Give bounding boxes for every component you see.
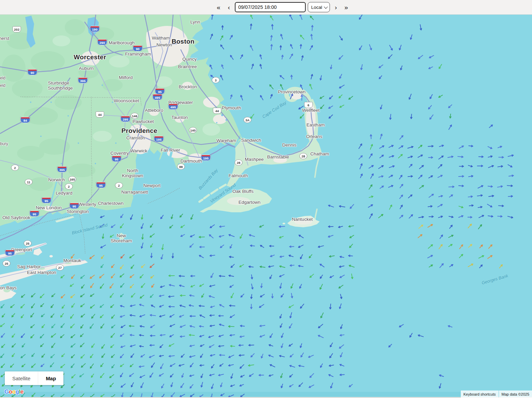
step-back-fast-button[interactable]: « xyxy=(214,3,223,11)
google-logo-letter: G xyxy=(4,388,9,395)
google-logo-letter: o xyxy=(9,388,12,395)
chevron-down-icon xyxy=(324,5,328,9)
step-back-button[interactable]: ‹ xyxy=(225,3,233,11)
timezone-select[interactable]: Local xyxy=(308,2,330,12)
keyboard-shortcuts-link[interactable]: Keyboard shortcuts xyxy=(461,391,499,398)
map-data-copyright: Map data ©2025 xyxy=(499,391,532,398)
step-forward-fast-button[interactable]: » xyxy=(342,3,351,11)
datetime-input[interactable] xyxy=(235,2,306,12)
google-logo-letter: g xyxy=(16,388,19,395)
google-logo[interactable]: Google xyxy=(4,388,24,395)
google-logo-letter: o xyxy=(12,388,16,395)
satellite-button[interactable]: Satellite xyxy=(5,371,38,385)
app-window: BostonWorcesterProvidenceLynnWalthamNewt… xyxy=(0,0,532,398)
map-type-control: Satellite Map xyxy=(5,371,63,385)
google-logo-letter: e xyxy=(20,388,24,395)
time-toolbar: « ‹ Local › » xyxy=(0,0,532,15)
step-forward-button[interactable]: › xyxy=(332,3,339,11)
tuckernuck-island xyxy=(283,223,285,225)
map-button[interactable]: Map xyxy=(38,371,63,385)
timezone-selected-value: Local xyxy=(311,5,322,10)
map-attribution: Keyboard shortcuts Map data ©2025 xyxy=(461,391,532,398)
map-canvas[interactable] xyxy=(0,0,532,398)
